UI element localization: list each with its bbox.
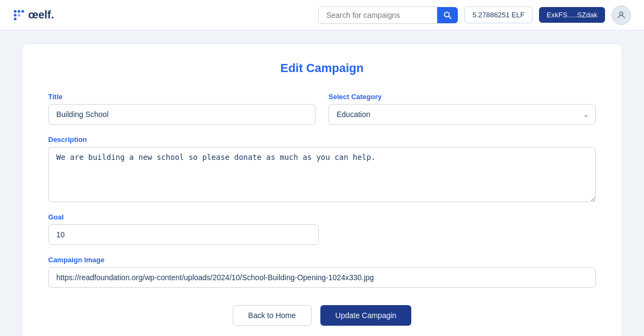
svg-point-4 xyxy=(18,14,21,16)
category-label: Select Category xyxy=(328,93,596,101)
search-icon xyxy=(444,11,451,19)
title-label: Title xyxy=(48,93,316,101)
category-select[interactable]: Education Health Environment Technology … xyxy=(328,104,596,125)
button-row: Back to Home Update Campagin xyxy=(48,305,596,326)
goal-group: Goal xyxy=(48,213,319,245)
avatar-button[interactable] xyxy=(612,5,631,25)
category-select-wrapper: Education Health Environment Technology … xyxy=(328,104,596,125)
description-textarea[interactable]: We are building a new school so please d… xyxy=(48,147,596,202)
svg-line-7 xyxy=(449,16,451,18)
balance-button[interactable]: 5.27886251 ELF xyxy=(464,7,533,23)
title-input[interactable] xyxy=(48,104,316,125)
main-content: Edit Campaign Title Select Category Educ… xyxy=(0,30,644,336)
svg-point-0 xyxy=(14,10,17,12)
svg-point-3 xyxy=(14,14,17,16)
search-container xyxy=(318,7,458,24)
search-input[interactable] xyxy=(318,7,437,24)
title-group: Title xyxy=(48,93,316,125)
update-campaign-button[interactable]: Update Campagin xyxy=(320,305,412,326)
title-category-row: Title Select Category Education Health E… xyxy=(48,93,596,125)
user-icon xyxy=(616,10,626,20)
description-label: Description xyxy=(48,135,596,144)
image-group: Campaign Image xyxy=(48,256,596,288)
description-row: Description We are building a new school… xyxy=(48,135,596,202)
description-group: Description We are building a new school… xyxy=(48,135,596,202)
goal-label: Goal xyxy=(48,213,319,221)
image-row: Campaign Image xyxy=(48,256,596,288)
image-input[interactable] xyxy=(48,267,596,288)
page-title: Edit Campaign xyxy=(48,61,596,75)
svg-point-1 xyxy=(18,10,21,12)
logo: œelf. xyxy=(13,9,54,21)
back-to-home-button[interactable]: Back to Home xyxy=(233,305,312,326)
header: œelf. 5.27886251 ELF ExkFS.....SZdak xyxy=(0,0,644,30)
search-button[interactable] xyxy=(437,7,458,23)
image-label: Campaign Image xyxy=(48,256,596,264)
svg-point-5 xyxy=(14,17,17,20)
wallet-button[interactable]: ExkFS.....SZdak xyxy=(539,7,605,23)
svg-point-8 xyxy=(620,12,623,15)
header-right: 5.27886251 ELF ExkFS.....SZdak xyxy=(318,5,631,25)
logo-icon xyxy=(13,9,25,21)
svg-point-2 xyxy=(22,10,24,12)
goal-input[interactable] xyxy=(48,224,319,245)
category-group: Select Category Education Health Environ… xyxy=(328,93,596,125)
edit-campaign-card: Edit Campaign Title Select Category Educ… xyxy=(22,43,622,336)
goal-row: Goal xyxy=(48,213,596,245)
logo-text: œelf. xyxy=(28,9,54,21)
